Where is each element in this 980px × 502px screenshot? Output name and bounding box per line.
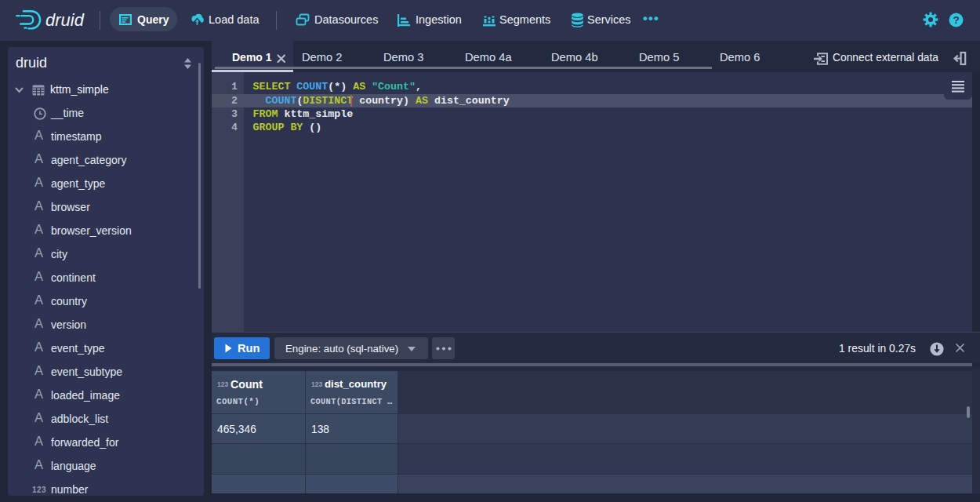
- svg-text:?: ?: [953, 14, 959, 26]
